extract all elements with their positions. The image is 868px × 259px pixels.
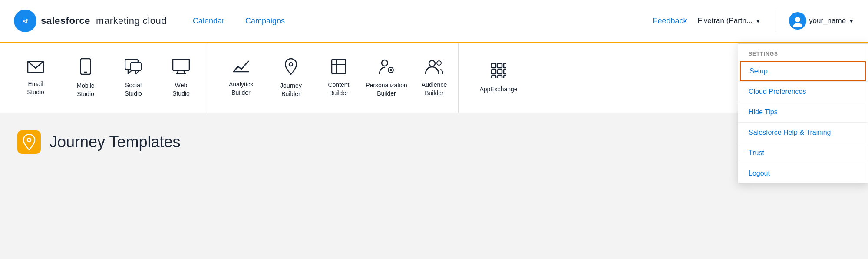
- studio-nav-group: EmailStudio MobileStudio SocialStudio: [14, 43, 205, 113]
- fivetran-label: Fivetran (Partn...: [698, 17, 753, 25]
- analytics-builder-nav-item[interactable]: AnalyticsBuilder: [219, 60, 267, 96]
- salesforce-logo: sf: [14, 10, 36, 32]
- svg-point-3: [793, 23, 802, 27]
- web-studio-nav-item[interactable]: WebStudio: [157, 59, 205, 97]
- salesforce-help-menu-item[interactable]: Salesforce Help & Training: [738, 123, 868, 143]
- svg-point-32: [27, 138, 31, 142]
- svg-rect-29: [492, 76, 496, 78]
- svg-point-2: [795, 17, 800, 22]
- cloud-preferences-menu-item[interactable]: Cloud Preferences: [738, 82, 868, 102]
- product-word: marketing cloud: [96, 15, 167, 26]
- personalization-builder-label: PersonalizationBuilder: [366, 81, 407, 97]
- nav-divider: [775, 10, 775, 32]
- main-nav-links: Calendar Campaigns: [193, 17, 653, 26]
- social-studio-nav-item[interactable]: SocialStudio: [109, 59, 157, 97]
- web-studio-label: WebStudio: [172, 81, 190, 97]
- social-studio-label: SocialStudio: [125, 81, 142, 97]
- svg-rect-9: [173, 59, 189, 70]
- appexchange-nav-item[interactable]: AppExchange: [472, 63, 529, 93]
- svg-rect-27: [498, 70, 502, 74]
- brand-word: salesforce: [41, 15, 90, 26]
- fivetran-dropdown-arrow-icon: ▼: [755, 18, 761, 24]
- top-navigation: sf salesforce marketing cloud Calendar C…: [0, 0, 868, 43]
- svg-rect-31: [504, 76, 506, 78]
- logout-menu-item[interactable]: Logout: [738, 163, 868, 183]
- email-studio-label: EmailStudio: [27, 80, 44, 96]
- user-avatar: [789, 12, 806, 30]
- settings-section-header: SETTINGS: [738, 44, 868, 61]
- audience-builder-nav-item[interactable]: AudienceBuilder: [410, 59, 458, 96]
- svg-rect-15: [332, 60, 346, 73]
- analytics-icon: [233, 60, 249, 76]
- user-dropdown-arrow-icon: ▼: [848, 18, 854, 24]
- audience-builder-label: AudienceBuilder: [422, 81, 447, 96]
- mobile-studio-nav-item[interactable]: MobileStudio: [62, 58, 109, 97]
- brand-name: salesforce marketing cloud: [41, 15, 167, 27]
- journey-templates-icon: [17, 130, 41, 154]
- svg-point-20: [390, 69, 392, 71]
- location-pin-icon: [285, 58, 297, 77]
- appexchange-label: AppExchange: [479, 85, 517, 93]
- content-grid-icon: [331, 59, 346, 76]
- svg-rect-24: [498, 63, 502, 68]
- svg-point-14: [289, 63, 293, 66]
- monitor-icon: [172, 59, 190, 77]
- feedback-link[interactable]: Feedback: [653, 17, 687, 26]
- content-builder-label: ContentBuilder: [328, 81, 349, 96]
- appexchange-nav-group: AppExchange: [458, 43, 529, 113]
- appexchange-grid-icon: [491, 63, 506, 81]
- svg-rect-26: [492, 70, 496, 74]
- builder-nav-group: AnalyticsBuilder JourneyBuilder ContentB…: [205, 43, 458, 113]
- settings-dropdown-menu: SETTINGS Setup Cloud Preferences Hide Ti…: [738, 43, 868, 184]
- trust-menu-item[interactable]: Trust: [738, 143, 868, 163]
- svg-rect-8: [131, 62, 141, 71]
- content-builder-nav-item[interactable]: ContentBuilder: [315, 59, 363, 96]
- svg-text:sf: sf: [23, 18, 28, 25]
- nav-right-area: Feedback Fivetran (Partn... ▼ your_name …: [653, 10, 854, 32]
- fivetran-account-button[interactable]: Fivetran (Partn... ▼: [698, 17, 761, 25]
- logo-area: sf salesforce marketing cloud: [14, 10, 167, 32]
- personalization-builder-nav-item[interactable]: PersonalizationBuilder: [363, 59, 410, 97]
- email-icon: [27, 60, 44, 76]
- journey-builder-label: JourneyBuilder: [280, 82, 302, 97]
- setup-menu-item[interactable]: Setup: [740, 61, 866, 81]
- mobile-studio-label: MobileStudio: [76, 82, 94, 97]
- hide-tips-menu-item[interactable]: Hide Tips: [738, 102, 868, 122]
- audience-icon: [425, 59, 443, 76]
- journey-templates-header: Journey Templates: [17, 130, 851, 154]
- svg-rect-30: [498, 76, 502, 78]
- svg-rect-23: [492, 63, 496, 68]
- analytics-builder-label: AnalyticsBuilder: [229, 80, 253, 96]
- calendar-nav-link[interactable]: Calendar: [193, 17, 224, 26]
- svg-rect-28: [504, 70, 506, 74]
- email-studio-nav-item[interactable]: EmailStudio: [14, 60, 62, 96]
- user-account-button[interactable]: your_name ▼: [789, 12, 854, 30]
- svg-point-21: [429, 60, 435, 66]
- mobile-icon: [80, 58, 91, 77]
- journey-builder-nav-item[interactable]: JourneyBuilder: [267, 58, 315, 97]
- social-icon: [125, 59, 142, 77]
- person-gear-icon: [379, 59, 394, 77]
- username-label: your_name: [809, 17, 846, 25]
- campaigns-nav-link[interactable]: Campaigns: [245, 17, 285, 26]
- svg-point-18: [382, 60, 388, 66]
- svg-rect-25: [504, 63, 506, 68]
- svg-point-22: [437, 61, 441, 65]
- page-title: Journey Templates: [50, 133, 181, 151]
